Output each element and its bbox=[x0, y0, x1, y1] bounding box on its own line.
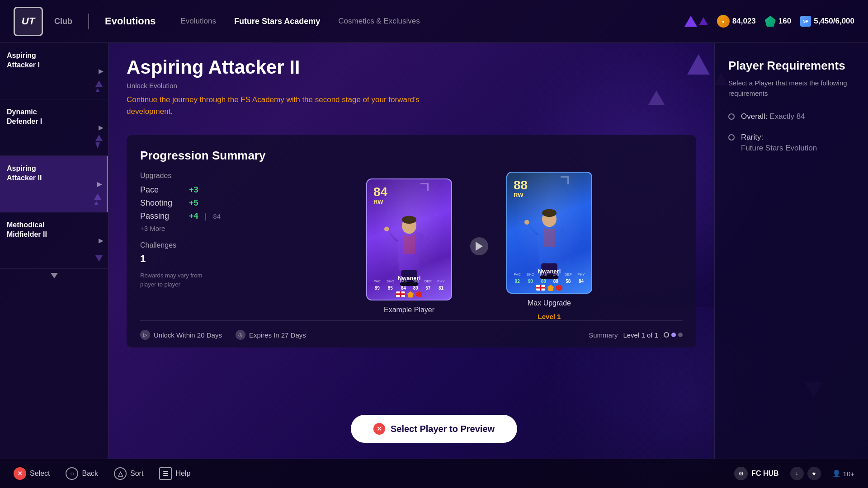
bottom-bar: ✕ Select ○ Back △ Sort ☰ Help ⊙ FC HUB ↓… bbox=[0, 459, 868, 488]
fc-hub-button[interactable]: ⊙ FC HUB bbox=[734, 467, 778, 480]
nav-sub-evolutions[interactable]: Evolutions bbox=[180, 17, 216, 26]
ctrl-x-icon: ✕ bbox=[14, 467, 26, 480]
ctrl-back[interactable]: ○ Back bbox=[66, 467, 98, 480]
sidebar-item-aspiring-attacker-1[interactable]: AspiringAttacker I ▶ bbox=[0, 43, 108, 99]
ctrl-help[interactable]: ☰ Help bbox=[159, 467, 190, 480]
bottom-controls: ✕ Select ○ Back △ Sort ☰ Help bbox=[14, 467, 190, 480]
more-stats: +3 More bbox=[140, 225, 258, 232]
sidebar-chevron-3: ▶ bbox=[97, 180, 102, 188]
nav-sub-cosmetics[interactable]: Cosmetics & Exclusives bbox=[338, 17, 420, 26]
sidebar-tri-shape-4a bbox=[95, 255, 103, 262]
sidebar-item-dynamic-defender[interactable]: DynamicDefender I ▶ bbox=[0, 99, 108, 156]
req-label-rarity: Rarity: bbox=[741, 133, 817, 142]
example-stats-row: PAC 89 SHO 85 PAS 84 bbox=[367, 279, 451, 291]
team-icon-max bbox=[556, 285, 562, 291]
top-navigation: UT Club Evolutions Evolutions Future Sta… bbox=[0, 0, 868, 43]
sidebar-item-methodical-midfielder[interactable]: MethodicalMidfielder II ▶ bbox=[0, 212, 108, 269]
nav-sub-future-stars[interactable]: Future Stars Academy bbox=[234, 17, 320, 26]
stat-phy-ex-val: 81 bbox=[439, 286, 443, 291]
stat-pac-max-val: 92 bbox=[515, 279, 520, 284]
req-bullet-rarity bbox=[728, 134, 735, 141]
player-cards-area: 84 RW bbox=[276, 172, 683, 320]
max-flags bbox=[507, 285, 591, 291]
bottom-right-icons: ↓ ★ bbox=[790, 467, 821, 480]
challenges-section: Challenges 1 bbox=[140, 241, 258, 265]
example-card-rating: 84 bbox=[373, 185, 387, 199]
level-text: Level 1 of 1 bbox=[623, 331, 658, 339]
sidebar-scroll-down[interactable] bbox=[47, 269, 61, 282]
sidebar: AspiringAttacker I ▶ DynamicDefender I ▶… bbox=[0, 43, 108, 459]
sidebar-item-aspiring-attacker-2[interactable]: AspiringAttacker II ▶ bbox=[0, 156, 108, 212]
example-player-label: Example Player bbox=[384, 306, 434, 314]
example-player-wrapper: 84 RW bbox=[366, 178, 452, 314]
flag-v-bar bbox=[400, 291, 401, 297]
progression-card: Progression Summary Upgrades Pace +3 Sho… bbox=[127, 135, 696, 347]
stat-def-max: DEF 58 bbox=[565, 272, 572, 285]
stat-def-max-label: DEF bbox=[565, 272, 572, 277]
right-panel: Player Requirements Select a Player that… bbox=[714, 43, 868, 459]
right-arrow-icon bbox=[476, 242, 483, 251]
ctrl-help-label: Help bbox=[175, 469, 190, 478]
example-player-card: 84 RW bbox=[366, 178, 452, 300]
stat-value-shooting: +5 bbox=[189, 198, 198, 208]
nav-items: Club Evolutions Evolutions Future Stars … bbox=[54, 14, 684, 29]
page-description: Continue the journey through the FS Acad… bbox=[127, 94, 466, 117]
select-player-button[interactable]: ✕ Select Player to Preview bbox=[351, 415, 517, 443]
sidebar-item-label-3: AspiringAttacker II bbox=[7, 164, 42, 183]
progression-body: Upgrades Pace +3 Shooting +5 Passing +4 … bbox=[140, 172, 683, 320]
unlock-within-text: Unlock Within 20 Days bbox=[154, 331, 222, 339]
sidebar-item-content-4: MethodicalMidfielder II bbox=[7, 221, 47, 239]
stat-value-pace: +3 bbox=[189, 185, 198, 195]
sp-icon: SP bbox=[800, 16, 811, 27]
stat-phy-max: PHY 84 bbox=[577, 272, 585, 285]
ctrl-sort[interactable]: △ Sort bbox=[114, 467, 143, 480]
sidebar-triangle-1 bbox=[95, 80, 103, 94]
sidebar-item-content-1: AspiringAttacker I bbox=[7, 51, 40, 70]
stat-phy-ex: PHY 81 bbox=[437, 279, 444, 291]
triangle-icons bbox=[684, 16, 708, 27]
ctrl-o-icon: ○ bbox=[66, 467, 78, 480]
sp-amount: 5,450/6,000 bbox=[814, 17, 854, 26]
sidebar-chevron-4: ▶ bbox=[99, 237, 104, 244]
coins-display: ● 84,023 bbox=[717, 15, 756, 28]
req-value-overall: Exactly 84 bbox=[769, 112, 805, 121]
stat-sho-ex-label: SHO bbox=[387, 279, 394, 283]
stat-pac-ex-label: PAC bbox=[373, 279, 381, 283]
max-stats-row: PAC 92 SHO 90 PAS 88 bbox=[507, 272, 591, 285]
stat-pas-ex-val: 84 bbox=[401, 286, 406, 291]
stat-pac-ex: PAC 89 bbox=[373, 279, 381, 291]
stat-row-pace: Pace +3 bbox=[140, 185, 258, 195]
unlock-label: Unlock Evolution bbox=[127, 82, 696, 89]
sidebar-item-label-4: MethodicalMidfielder II bbox=[7, 221, 47, 239]
ctrl-back-label: Back bbox=[82, 469, 98, 478]
nav-club[interactable]: Club bbox=[54, 17, 72, 26]
stat-row-passing: Passing +4 | 84 bbox=[140, 211, 258, 221]
stat-dri-ex: DRI 89 bbox=[412, 279, 419, 291]
summary-label: Summary bbox=[589, 331, 618, 339]
stat-sho-ex: SHO 85 bbox=[387, 279, 394, 291]
stat-name-passing: Passing bbox=[140, 211, 185, 221]
stat-row-shooting: Shooting +5 bbox=[140, 198, 258, 208]
gems-display: 160 bbox=[765, 16, 791, 27]
sidebar-tri-shape-3b bbox=[94, 201, 99, 205]
triangle-icon-2 bbox=[699, 17, 708, 25]
league-icon-max bbox=[547, 285, 554, 291]
fc-hub-label: FC HUB bbox=[751, 469, 778, 478]
sidebar-triangle-3 bbox=[94, 193, 101, 206]
card-arrow-right[interactable] bbox=[470, 237, 488, 255]
requirement-rarity: Rarity: Future Stars Evolution bbox=[728, 133, 854, 153]
nav-evolutions[interactable]: Evolutions bbox=[105, 15, 156, 27]
ut-logo: UT bbox=[14, 7, 43, 36]
ctrl-tri-icon: △ bbox=[114, 467, 127, 480]
unlock-icon: ▷ bbox=[140, 330, 150, 340]
req-bullet-overall bbox=[728, 113, 735, 120]
stat-name-shooting: Shooting bbox=[140, 198, 185, 208]
level-dot-filled-1 bbox=[671, 333, 676, 337]
req-content-rarity: Rarity: Future Stars Evolution bbox=[741, 133, 817, 153]
requirements-subtitle: Select a Player that meets the following… bbox=[728, 78, 854, 99]
sidebar-tri-shape-2b bbox=[95, 142, 100, 149]
page-title: Aspiring Attacker II bbox=[127, 56, 696, 78]
progression-footer: ▷ Unlock Within 20 Days ◷ Expires In 27 … bbox=[140, 320, 683, 340]
ctrl-select[interactable]: ✕ Select bbox=[14, 467, 50, 480]
stat-def-ex-label: DEF bbox=[425, 279, 432, 283]
